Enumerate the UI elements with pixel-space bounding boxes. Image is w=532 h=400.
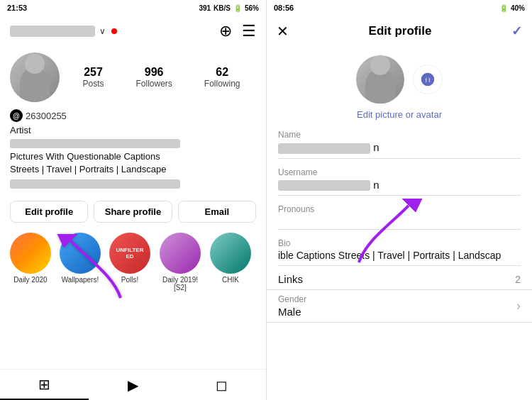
name-field: Name n bbox=[267, 126, 532, 159]
story-label-4: Daily 2019! [S2] bbox=[159, 276, 201, 291]
username-blurred bbox=[278, 180, 370, 191]
bio-artist: Artist bbox=[10, 124, 256, 137]
username-blurred bbox=[10, 26, 95, 37]
links-count: 2 bbox=[515, 274, 521, 285]
profile-info: @ 26300255 Artist Pictures With Question… bbox=[0, 108, 266, 195]
posts-stat: 257 Posts bbox=[82, 66, 104, 89]
gender-value: Male bbox=[278, 306, 306, 318]
story-label-1: Daily 2020 bbox=[13, 276, 47, 284]
thread-id-row: @ 26300255 bbox=[10, 109, 256, 122]
status-bar-left: 21:53 391 KB/S 🔋 56% bbox=[0, 0, 266, 16]
edit-avatar-area: Edit picture or avatar bbox=[267, 47, 532, 126]
top-nav-left: ∨ ⊕ ☰ bbox=[0, 16, 266, 47]
name-blurred bbox=[278, 143, 370, 154]
tab-tagged[interactable]: ◻ bbox=[177, 370, 266, 400]
followers-label: Followers bbox=[135, 79, 172, 89]
thread-id: 26300255 bbox=[26, 111, 67, 121]
status-icons-left: 391 KB/S 🔋 56% bbox=[199, 4, 259, 12]
username-area: ∨ bbox=[10, 26, 117, 37]
profile-stats: 257 Posts 996 Followers 62 Following bbox=[0, 47, 266, 108]
story-item-4[interactable]: Daily 2019! [S2] bbox=[159, 233, 201, 291]
bio-photographer-blurred bbox=[10, 139, 180, 148]
username-suffix: n bbox=[373, 179, 379, 191]
story-circle-1 bbox=[10, 233, 51, 274]
bio-tags: Streets | Travel | Portraits | Landscape bbox=[10, 163, 256, 176]
gender-group: Gender Male bbox=[278, 294, 306, 318]
arrow-overlay-right bbox=[338, 199, 423, 272]
email-button[interactable]: Email bbox=[178, 201, 256, 223]
name-label: Name bbox=[278, 130, 521, 140]
following-count: 62 bbox=[216, 66, 228, 79]
name-value: n bbox=[278, 141, 521, 159]
arrow-overlay-left bbox=[57, 234, 142, 308]
edit-profile-button[interactable]: Edit profile bbox=[10, 201, 88, 223]
action-buttons: Edit profile Share profile Email bbox=[0, 195, 266, 228]
edit-picture-link[interactable]: Edit picture or avatar bbox=[357, 109, 442, 120]
notification-dot bbox=[111, 28, 117, 34]
avatar-badge-icon[interactable] bbox=[413, 65, 443, 94]
edit-nav: ✕ Edit profile ✓ bbox=[267, 16, 532, 47]
followers-stat[interactable]: 996 Followers bbox=[135, 66, 172, 89]
story-item-1[interactable]: Daily 2020 bbox=[10, 233, 51, 291]
story-circle-4 bbox=[160, 233, 201, 274]
following-stat[interactable]: 62 Following bbox=[204, 66, 240, 89]
following-label: Following bbox=[204, 79, 240, 89]
right-panel: 08:56 🔋 40% ✕ Edit profile ✓ bbox=[266, 0, 532, 400]
username-value: n bbox=[278, 179, 521, 196]
share-profile-button[interactable]: Share profile bbox=[94, 201, 172, 223]
story-item-5[interactable]: CHIK bbox=[210, 233, 251, 291]
username-label: Username bbox=[278, 167, 521, 177]
edit-profile-title: Edit profile bbox=[369, 24, 432, 38]
add-post-icon[interactable]: ⊕ bbox=[219, 22, 232, 40]
nav-icons: ⊕ ☰ bbox=[219, 22, 256, 40]
story-circle-5 bbox=[210, 233, 251, 274]
time-left: 21:53 bbox=[7, 4, 27, 12]
bio-captions: Pictures With Questionable Captions bbox=[10, 150, 256, 163]
username-field: Username n bbox=[267, 163, 532, 196]
svg-rect-2 bbox=[426, 77, 429, 82]
edit-avatar bbox=[356, 55, 404, 104]
bio-blurred-extra bbox=[10, 179, 180, 189]
tab-grid[interactable]: ⊞ bbox=[0, 370, 89, 400]
status-bar-right: 08:56 🔋 40% bbox=[267, 0, 532, 16]
followers-count: 996 bbox=[145, 66, 164, 79]
chevron-right-icon: › bbox=[516, 299, 521, 313]
stats-area: 257 Posts 996 Followers 62 Following bbox=[67, 66, 256, 89]
threads-icon: @ bbox=[10, 109, 23, 122]
close-icon[interactable]: ✕ bbox=[277, 23, 289, 40]
time-right: 08:56 bbox=[274, 4, 294, 12]
tab-bar-left: ⊞ ▶ ◻ bbox=[0, 369, 266, 400]
gender-row[interactable]: Gender Male › bbox=[267, 290, 532, 323]
chevron-down-icon[interactable]: ∨ bbox=[99, 26, 106, 36]
posts-count: 257 bbox=[84, 66, 103, 79]
save-checkmark-icon[interactable]: ✓ bbox=[511, 23, 522, 39]
gender-label: Gender bbox=[278, 294, 306, 304]
links-label: Links bbox=[278, 273, 303, 285]
avatar bbox=[10, 52, 60, 102]
posts-label: Posts bbox=[82, 79, 104, 89]
tab-reels[interactable]: ▶ bbox=[89, 370, 177, 400]
status-icons-right: 🔋 40% bbox=[499, 4, 525, 12]
story-label-5: CHIK bbox=[222, 276, 239, 284]
edit-avatar-row bbox=[356, 55, 443, 104]
menu-icon[interactable]: ☰ bbox=[242, 22, 256, 40]
left-panel: 21:53 391 KB/S 🔋 56% ∨ ⊕ ☰ bbox=[0, 0, 266, 400]
name-suffix: n bbox=[373, 141, 379, 153]
